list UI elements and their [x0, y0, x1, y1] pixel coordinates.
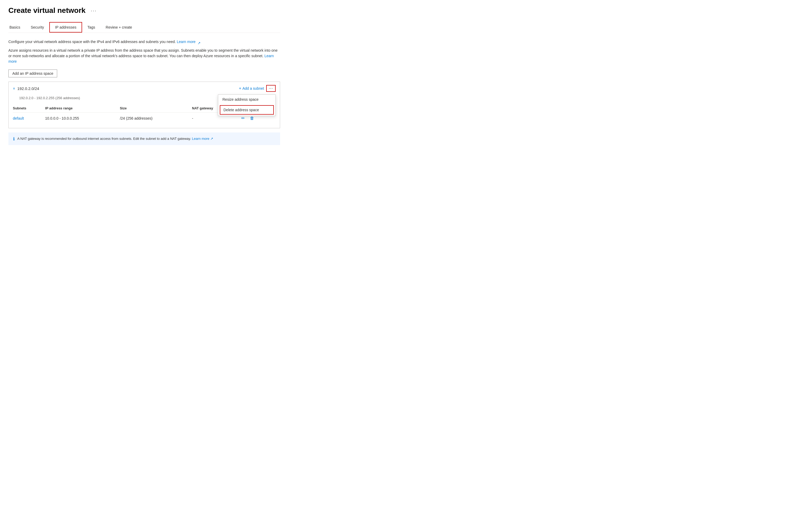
delete-subnet-button[interactable]: 🗑	[249, 115, 255, 121]
edit-subnet-button[interactable]: ✏	[240, 115, 246, 121]
address-space-right: + Add a subnet ··· Resize address space …	[239, 85, 276, 92]
address-space-cidr: 192.0.2.0/24	[17, 86, 39, 91]
address-space-left: ∧ 192.0.2.0/24	[13, 86, 39, 91]
info-icon: ℹ	[13, 136, 15, 141]
plus-icon: +	[239, 86, 241, 91]
address-space-container: ∧ 192.0.2.0/24 + Add a subnet ··· Resize…	[8, 82, 280, 128]
action-icons: ✏ 🗑	[240, 115, 273, 121]
tab-security[interactable]: Security	[25, 22, 49, 32]
info-banner: ℹ A NAT gateway is recommended for outbo…	[8, 133, 280, 145]
description-1: Configure your virtual network address s…	[8, 39, 280, 45]
tab-basics[interactable]: Basics	[8, 22, 25, 32]
chevron-up-icon: ∧	[13, 87, 15, 90]
dropdown-menu: Resize address space Delete address spac…	[218, 94, 276, 116]
edit-icon: ✏	[241, 116, 245, 120]
page-ellipsis-button[interactable]: ···	[89, 6, 99, 15]
subnet-ip-range-cell: 10.0.0.0 - 10.0.0.255	[45, 113, 120, 124]
subnet-size-cell: /24 (256 addresses)	[120, 113, 192, 124]
subnet-name-cell: default	[13, 113, 45, 124]
col-header-size: Size	[120, 104, 192, 113]
page-title-row: Create virtual network ···	[8, 6, 280, 15]
external-link-icon-2: ↗	[210, 137, 213, 141]
add-subnet-button[interactable]: + Add a subnet	[239, 86, 264, 91]
tab-tags[interactable]: Tags	[82, 22, 100, 32]
tab-bar: Basics Security IP addresses Tags Review…	[8, 22, 280, 33]
external-link-icon-1: ↗	[198, 40, 201, 44]
learn-more-link-3[interactable]: Learn more ↗	[192, 137, 213, 141]
description-2: Azure assigns resources in a virtual net…	[8, 48, 280, 64]
delete-address-space-item[interactable]: Delete address space	[220, 105, 274, 115]
add-ip-address-space-button[interactable]: Add an IP address space	[8, 69, 57, 77]
address-space-header: ∧ 192.0.2.0/24 + Add a subnet ··· Resize…	[9, 82, 280, 95]
col-header-subnets: Subnets	[13, 104, 45, 113]
subnet-name-link[interactable]: default	[13, 116, 24, 120]
resize-address-space-item[interactable]: Resize address space	[218, 95, 276, 104]
tab-review-create[interactable]: Review + create	[100, 22, 138, 32]
col-header-ip-range: IP address range	[45, 104, 120, 113]
delete-icon: 🗑	[250, 116, 254, 120]
page-title: Create virtual network	[8, 6, 86, 15]
tab-ip-addresses[interactable]: IP addresses	[49, 22, 82, 32]
info-banner-text: A NAT gateway is recommended for outboun…	[17, 136, 213, 141]
address-space-more-button[interactable]: ···	[266, 85, 276, 92]
learn-more-link-1[interactable]: Learn more ↗	[177, 39, 200, 44]
